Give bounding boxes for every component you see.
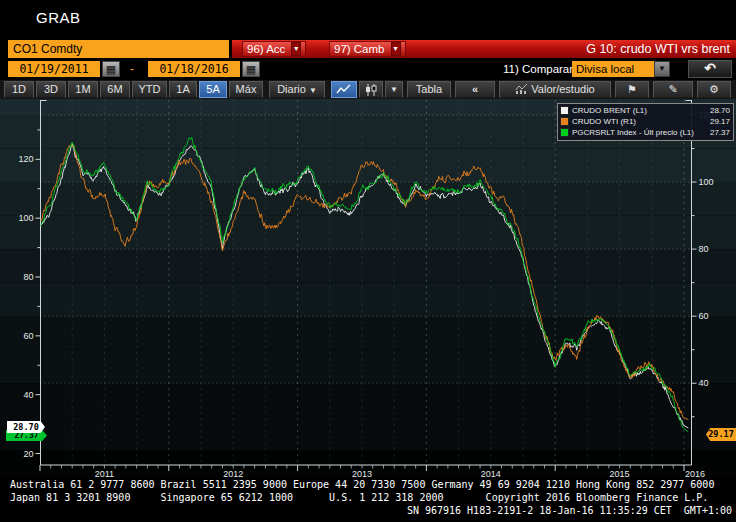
flag-icon: ⚑ bbox=[627, 83, 637, 95]
chart-background-bands bbox=[0, 99, 736, 478]
acc-menu-label: 96) Acc bbox=[247, 43, 285, 55]
line-chart-icon bbox=[336, 84, 352, 95]
chart-function-title: G 10: crudo WTI vrs brent bbox=[586, 41, 730, 57]
svg-text:40: 40 bbox=[23, 390, 33, 400]
range-button-ytd[interactable]: YTD bbox=[132, 81, 167, 98]
svg-text:100: 100 bbox=[699, 177, 714, 187]
svg-text:80: 80 bbox=[699, 244, 709, 254]
study-label: Valor/estudio bbox=[531, 83, 594, 95]
svg-text:40: 40 bbox=[699, 378, 709, 388]
svg-text:60: 60 bbox=[23, 331, 33, 341]
undo-button[interactable]: ↶ bbox=[688, 60, 732, 78]
bloomberg-terminal-window: GRAB CO1 Comdty 96) Acc▾ 97) Camb▾ G 10:… bbox=[0, 0, 736, 522]
compare-menu-item[interactable]: 11) Comparar bbox=[503, 61, 573, 78]
legend-label: CRUDO BRENT (L1) bbox=[572, 106, 706, 115]
chevron-down-icon[interactable]: ▾ bbox=[391, 42, 401, 56]
ticker-input[interactable]: CO1 Comdty bbox=[8, 40, 229, 58]
study-button[interactable]: Valor/estudio bbox=[499, 81, 611, 98]
svg-text:2012: 2012 bbox=[223, 469, 243, 478]
line-chart-type-button[interactable] bbox=[331, 81, 357, 98]
undo-icon: ↶ bbox=[704, 60, 716, 76]
chart-toolbar: 1D 3D 1M 6M YTD 1A 5A Máx Diario ▼ ▼ Tab… bbox=[0, 80, 736, 99]
camb-menu-button[interactable]: 97) Camb▾ bbox=[329, 41, 406, 57]
legend-row-index[interactable]: PGCRSRLT Index - Últ precio (L1) 27.37 bbox=[560, 127, 730, 138]
range-button-3d[interactable]: 3D bbox=[36, 81, 66, 98]
date-range-separator: - bbox=[130, 61, 134, 77]
chevron-down-icon: ▼ bbox=[309, 86, 317, 95]
grab-title: GRAB bbox=[36, 9, 81, 26]
svg-text:2013: 2013 bbox=[352, 469, 372, 478]
legend-value: 28.70 bbox=[710, 106, 730, 115]
legend-value: 29.17 bbox=[710, 117, 730, 126]
currency-select[interactable]: Divisa local bbox=[572, 61, 654, 77]
footer-session-line: SN 967916 H183-2191-2 18-Jan-16 11:35:29… bbox=[0, 504, 736, 517]
candlestick-icon bbox=[364, 84, 378, 96]
legend-row-wti[interactable]: CRUDO WTI (R1) 29.17 bbox=[560, 116, 730, 127]
title-red-zone: 96) Acc▾ 97) Camb▾ G 10: crudo WTI vrs b… bbox=[232, 40, 736, 58]
camb-menu-label: 97) Camb bbox=[334, 43, 385, 55]
legend-value: 27.37 bbox=[710, 128, 730, 137]
legend-row-brent[interactable]: CRUDO BRENT (L1) 28.70 bbox=[560, 105, 730, 116]
range-button-max[interactable]: Máx bbox=[229, 81, 263, 98]
svg-text:2011: 2011 bbox=[95, 469, 114, 478]
candlestick-type-button[interactable] bbox=[359, 81, 383, 98]
brent-last-price-badge: 28.70 bbox=[7, 421, 45, 433]
settings-button[interactable]: ⚙ bbox=[697, 81, 731, 98]
chevron-down-icon[interactable]: ▾ bbox=[291, 42, 301, 56]
pencil-icon: ✎ bbox=[668, 83, 677, 95]
calendar-icon[interactable]: ▦ bbox=[102, 61, 120, 77]
annotate-button[interactable]: ✎ bbox=[653, 81, 693, 98]
price-chart[interactable]: 2040608010012040608010012020112012201320… bbox=[0, 99, 736, 478]
wti-last-price-badge: 29.17 bbox=[706, 428, 736, 441]
range-button-5a-selected[interactable]: 5A bbox=[199, 81, 227, 98]
period-select[interactable]: Diario ▼ bbox=[269, 81, 325, 98]
footer-contacts-line2: Japan 81 3 3201 8900 Singapore 65 6212 1… bbox=[0, 491, 736, 504]
svg-text:100: 100 bbox=[18, 213, 33, 223]
svg-text:60: 60 bbox=[699, 311, 709, 321]
footer-contacts-line1: Australia 61 2 9777 8600 Brazil 5511 239… bbox=[0, 478, 736, 491]
period-label: Diario bbox=[277, 83, 306, 95]
svg-text:20: 20 bbox=[23, 449, 33, 459]
svg-text:2016: 2016 bbox=[685, 469, 705, 478]
start-date-input[interactable]: 01/19/2011 bbox=[8, 61, 100, 77]
svg-text:2015: 2015 bbox=[610, 469, 630, 478]
study-chart-icon bbox=[515, 84, 528, 94]
wti-swatch-icon bbox=[560, 117, 569, 126]
collapse-panel-button[interactable]: « bbox=[455, 81, 495, 98]
chart-region: 2040608010012040608010012020112012201320… bbox=[0, 99, 736, 478]
table-button[interactable]: Tabla bbox=[407, 81, 451, 98]
end-date-input[interactable]: 01/18/2016 bbox=[148, 61, 240, 77]
chart-type-dropdown-arrow[interactable]: ▼ bbox=[385, 81, 403, 98]
chevron-down-icon[interactable]: ▼ bbox=[654, 61, 670, 77]
svg-text:120: 120 bbox=[18, 154, 33, 164]
brent-swatch-icon bbox=[560, 106, 569, 115]
index-swatch-icon bbox=[560, 128, 569, 137]
terminal-footer: Australia 61 2 9777 8600 Brazil 5511 239… bbox=[0, 478, 736, 522]
svg-text:2014: 2014 bbox=[481, 469, 501, 478]
security-bar: CO1 Comdty 96) Acc▾ 97) Camb▾ G 10: crud… bbox=[0, 40, 736, 59]
grab-bar: GRAB bbox=[0, 0, 736, 38]
svg-text:80: 80 bbox=[23, 272, 33, 282]
range-button-6m[interactable]: 6M bbox=[100, 81, 130, 98]
range-button-1d[interactable]: 1D bbox=[4, 81, 34, 98]
flag-button[interactable]: ⚑ bbox=[615, 81, 649, 98]
range-button-1a[interactable]: 1A bbox=[169, 81, 197, 98]
calendar-icon[interactable]: ▦ bbox=[242, 61, 260, 77]
legend-label: CRUDO WTI (R1) bbox=[572, 117, 706, 126]
gear-icon: ⚙ bbox=[709, 83, 719, 95]
range-button-1m[interactable]: 1M bbox=[68, 81, 98, 98]
chart-legend: CRUDO BRENT (L1) 28.70 CRUDO WTI (R1) 29… bbox=[557, 103, 734, 141]
date-bar: 01/19/2011 ▦ - 01/18/2016 ▦ 11) Comparar… bbox=[0, 60, 736, 79]
acc-menu-button[interactable]: 96) Acc▾ bbox=[242, 41, 306, 57]
legend-label: PGCRSRLT Index - Últ precio (L1) bbox=[572, 128, 706, 137]
